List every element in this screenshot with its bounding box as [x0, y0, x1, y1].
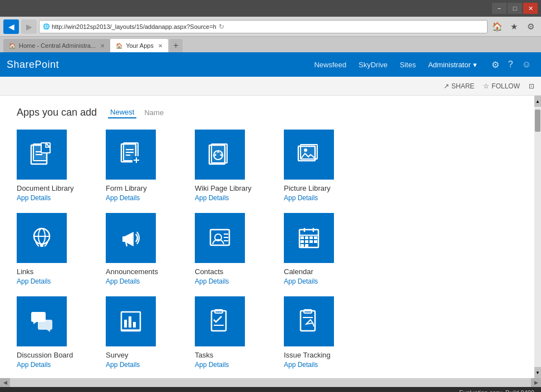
app-details-document-library[interactable]: App Details [17, 194, 51, 202]
address-bar[interactable]: 🌐 http://win2012sp2013/_layouts/15/addan… [39, 20, 488, 33]
svg-rect-40 [309, 240, 313, 243]
follow-label: FOLLOW [491, 82, 520, 90]
app-details-tasks[interactable]: App Details [195, 361, 229, 369]
home-button[interactable]: 🏠 [490, 19, 504, 34]
app-announcements[interactable]: Announcements App Details [106, 213, 178, 285]
app-icon-wiki-library [195, 130, 245, 180]
back-button[interactable]: ◀ [3, 19, 19, 34]
svg-rect-43 [305, 244, 308, 247]
app-name-calendar: Calendar [284, 267, 313, 276]
app-details-calendar[interactable]: App Details [284, 277, 318, 285]
svg-rect-35 [305, 236, 308, 239]
app-details-wiki-library[interactable]: App Details [195, 194, 229, 202]
app-document-library[interactable]: Document Library App Details [17, 130, 89, 202]
app-details-picture-library[interactable]: App Details [284, 194, 318, 202]
app-tasks[interactable]: Tasks App Details [195, 296, 267, 369]
nav-skydrive[interactable]: SkyDrive [353, 58, 393, 71]
follow-button[interactable]: ☆ FOLLOW [483, 82, 520, 90]
address-text: http://win2012sp2013/_layouts/15/addanap… [52, 23, 217, 30]
follow-icon: ☆ [483, 82, 489, 90]
content-title: Apps you can add [17, 107, 97, 118]
app-details-issue-tracking[interactable]: App Details [284, 361, 318, 369]
nav-user[interactable]: Administrator ▾ [422, 58, 483, 71]
focus-button[interactable]: ⊡ [529, 82, 534, 90]
nav-newsfeed[interactable]: Newsfeed [308, 58, 352, 71]
app-icon-survey [106, 296, 156, 346]
tab-home-close[interactable]: ✕ [100, 43, 105, 49]
svg-rect-37 [314, 236, 317, 239]
tab-yourapps[interactable]: 🏠 Your Apps ✕ [110, 39, 168, 52]
sort-name[interactable]: Name [142, 107, 166, 118]
svg-rect-39 [305, 240, 308, 243]
app-issue-tracking[interactable]: Issue Tracking App Details [284, 296, 356, 369]
app-name-contacts: Contacts [195, 267, 223, 276]
minimize-button[interactable]: − [492, 3, 506, 14]
app-survey[interactable]: Survey App Details [106, 296, 178, 369]
new-tab-button[interactable]: + [169, 39, 183, 52]
app-details-survey[interactable]: App Details [106, 361, 140, 369]
scroll-up-button[interactable]: ▲ [534, 96, 541, 107]
svg-rect-46 [38, 320, 52, 330]
share-icon: ↗ [444, 82, 449, 90]
app-contacts[interactable]: Contacts App Details [195, 213, 267, 285]
app-calendar[interactable]: Calendar App Details [284, 213, 356, 285]
tab-home[interactable]: 🏠 Home - Central Administra... ✕ [3, 39, 110, 52]
svg-marker-47 [47, 330, 50, 332]
help-icon[interactable]: ? [505, 57, 517, 72]
scroll-left-button[interactable]: ◀ [0, 378, 10, 387]
app-icon-calendar [284, 213, 334, 263]
maximize-button[interactable]: □ [508, 3, 522, 14]
tab-yourapps-close[interactable]: ✕ [158, 43, 163, 49]
scroll-h-track[interactable] [10, 378, 531, 387]
forward-button[interactable]: ▶ [21, 19, 37, 34]
app-links[interactable]: Links App Details [17, 213, 89, 285]
app-form-library[interactable]: Form Library App Details [106, 130, 178, 202]
settings-button[interactable]: ⚙ [523, 19, 538, 34]
app-icon-announcements [106, 213, 156, 263]
settings-icon[interactable]: ⚙ [488, 57, 503, 72]
app-details-discussion[interactable]: App Details [17, 361, 51, 369]
content-area: Apps you can add Newest Name [0, 96, 534, 378]
svg-rect-23 [122, 236, 126, 242]
svg-marker-45 [33, 322, 37, 324]
horizontal-scrollbar[interactable]: ◀ ▶ [0, 378, 541, 387]
app-details-form-library[interactable]: App Details [106, 194, 140, 202]
tab-home-favicon: 🏠 [9, 43, 16, 49]
svg-rect-50 [129, 316, 131, 328]
sp-nav-icons: ⚙ ? ☺ [488, 57, 534, 72]
scroll-track[interactable] [534, 107, 541, 367]
refresh-icon[interactable]: ↻ [219, 23, 224, 31]
app-details-announcements[interactable]: App Details [106, 277, 140, 285]
account-icon[interactable]: ☺ [519, 57, 534, 72]
app-picture-library[interactable]: Picture Library App Details [284, 130, 356, 202]
nav-user-arrow: ▾ [473, 61, 477, 69]
scroll-right-button[interactable]: ▶ [531, 378, 541, 387]
nav-sites[interactable]: Sites [394, 58, 421, 71]
app-name-form-library: Form Library [106, 184, 147, 192]
app-details-links[interactable]: App Details [17, 277, 51, 285]
close-button[interactable]: ✕ [523, 3, 538, 14]
app-icon-links [17, 213, 67, 263]
main-content: Apps you can add Newest Name [0, 96, 541, 378]
nav-user-name: Administrator [428, 61, 471, 69]
sort-newest[interactable]: Newest [108, 107, 136, 118]
svg-point-18 [304, 148, 307, 152]
scroll-down-button[interactable]: ▼ [534, 367, 541, 378]
share-button[interactable]: ↗ SHARE [444, 82, 474, 90]
svg-rect-38 [301, 240, 304, 243]
sharepoint-nav: SharePoint Newsfeed SkyDrive Sites Admin… [0, 52, 541, 77]
scroll-thumb[interactable] [535, 110, 540, 132]
focus-icon: ⊡ [529, 82, 534, 90]
app-discussion[interactable]: Discussion Board App Details [17, 296, 89, 369]
svg-rect-41 [314, 240, 317, 243]
content-header: Apps you can add Newest Name [17, 107, 518, 118]
app-name-wiki-library: Wiki Page Library [195, 184, 252, 192]
app-name-issue-tracking: Issue Tracking [284, 351, 331, 359]
app-details-contacts[interactable]: App Details [195, 277, 229, 285]
vertical-scrollbar[interactable]: ▲ ▼ [534, 96, 541, 378]
app-icon-tasks [195, 296, 245, 346]
favorites-button[interactable]: ★ [506, 19, 521, 34]
tab-home-label: Home - Central Administra... [19, 42, 96, 49]
app-wiki-library[interactable]: Wiki Page Library App Details [195, 130, 267, 202]
app-name-survey: Survey [106, 351, 128, 359]
